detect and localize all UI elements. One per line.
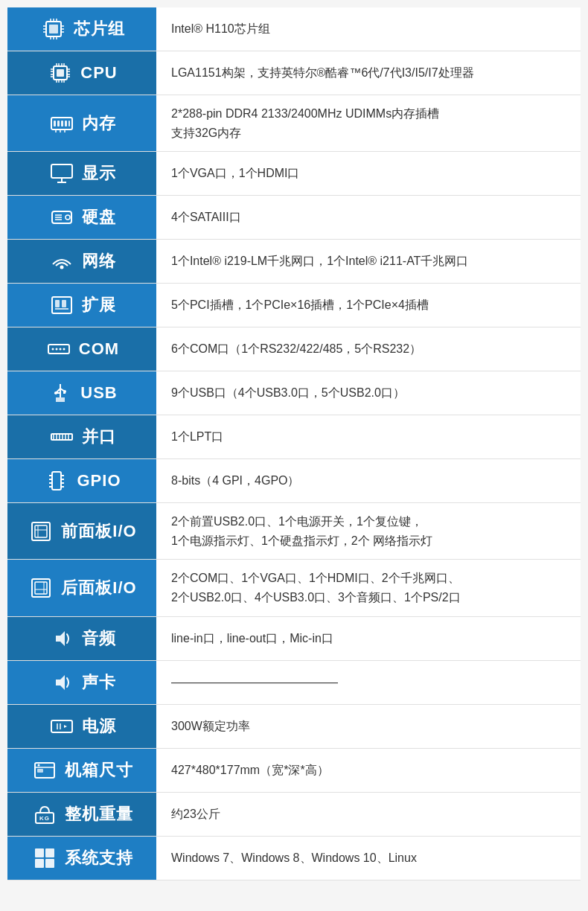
- svg-point-58: [63, 348, 65, 351]
- label-cell-chassis: 机箱尺寸: [7, 748, 156, 792]
- gpio-icon: [42, 467, 71, 495]
- svg-rect-94: [35, 848, 44, 857]
- table-row: 机箱尺寸427*480*177mm（宽*深*高）: [7, 748, 581, 792]
- label-text-hdd: 硬盘: [82, 206, 116, 228]
- front-io-icon: [27, 517, 55, 546]
- table-row: COM6个COM口（1个RS232/422/485，5个RS232）: [7, 327, 581, 371]
- label-text-network: 网络: [82, 250, 116, 272]
- svg-point-56: [55, 348, 57, 351]
- svg-rect-78: [35, 525, 47, 537]
- svg-point-57: [59, 348, 61, 351]
- label-cell-cpu: CPU: [7, 51, 156, 95]
- svg-rect-97: [45, 859, 54, 868]
- label-cell-chipset: 芯片组: [7, 7, 156, 51]
- soundcard-icon: [48, 668, 76, 697]
- table-row: 扩展5个PCI插槽，1个PCIe×16插槽，1个PCIe×4插槽: [7, 284, 581, 327]
- label-cell-soundcard: 声卡: [7, 660, 156, 704]
- value-cell-display: 1个VGA口，1个HDMI口: [156, 152, 581, 196]
- label-text-weight: 整机重量: [65, 803, 133, 825]
- label-text-parallel: 并口: [82, 426, 116, 448]
- label-text-cpu: CPU: [80, 63, 117, 83]
- label-text-expansion: 扩展: [82, 294, 116, 316]
- table-row: 芯片组Intel® H110芯片组: [7, 7, 581, 51]
- network-icon: [48, 247, 76, 275]
- value-cell-chassis: 427*480*177mm（宽*深*高）: [156, 748, 581, 792]
- svg-rect-85: [51, 720, 72, 732]
- label-text-audio: 音频: [82, 627, 116, 650]
- svg-rect-95: [45, 848, 54, 857]
- table-row: 前面板I/O2个前置USB2.0口、1个电源开关，1个复位键，1个电源指示灯、1…: [7, 503, 581, 560]
- svg-point-45: [65, 215, 70, 220]
- table-row: 音频line-in口，line-out口，Mic-in口: [7, 616, 581, 660]
- svg-text:KG: KG: [39, 815, 50, 822]
- svg-point-90: [38, 764, 40, 766]
- table-row: 硬盘4个SATAIII口: [7, 196, 581, 240]
- value-cell-rear-io: 2个COM口、1个VGA口、1个HDMI口、2个千兆网口、2个USB2.0口、4…: [156, 560, 581, 616]
- svg-point-60: [54, 391, 57, 394]
- value-cell-audio: line-in口，line-out口，Mic-in口: [156, 616, 581, 660]
- table-row: 声卡——————————————: [7, 660, 581, 704]
- value-cell-hdd: 4个SATAIII口: [156, 196, 581, 240]
- label-cell-memory: 内存: [7, 95, 156, 152]
- label-cell-usb: USB: [7, 371, 156, 415]
- cpu-icon: [46, 59, 74, 87]
- label-cell-weight: KG整机重量: [7, 792, 156, 836]
- table-row: GPIO8-bits（4 GPI，4GPO）: [7, 459, 581, 503]
- svg-rect-41: [51, 164, 72, 178]
- table-row: 网络1个Intel® i219-LM千兆网口，1个Intel® i211-AT千…: [7, 240, 581, 284]
- label-text-gpio: GPIO: [77, 471, 121, 490]
- svg-rect-33: [54, 121, 56, 127]
- table-row: 显示1个VGA口，1个HDMI口: [7, 152, 581, 196]
- svg-rect-91: [37, 769, 43, 773]
- hdd-icon: [48, 203, 76, 231]
- svg-rect-1: [49, 25, 58, 33]
- value-cell-front-io: 2个前置USB2.0口、1个电源开关，1个复位键，1个电源指示灯、1个硬盘指示灯…: [156, 503, 581, 560]
- table-row: 并口1个LPT口: [7, 415, 581, 459]
- svg-point-59: [63, 390, 66, 393]
- chassis-icon: [31, 756, 59, 784]
- svg-rect-96: [35, 859, 44, 868]
- label-cell-os: 系统支持: [7, 836, 156, 880]
- parallel-icon: [48, 423, 76, 451]
- svg-rect-35: [61, 121, 63, 127]
- label-cell-hdd: 硬盘: [7, 196, 156, 240]
- label-text-rear-io: 后面板I/O: [61, 577, 136, 599]
- expansion-icon: [48, 291, 76, 319]
- label-text-chipset: 芯片组: [74, 18, 125, 40]
- label-cell-network: 网络: [7, 240, 156, 284]
- os-icon: [31, 844, 59, 872]
- label-text-front-io: 前面板I/O: [61, 520, 136, 543]
- table-row: KG整机重量约23公斤: [7, 792, 581, 836]
- power-icon: [48, 712, 76, 741]
- value-cell-os: Windows 7、Windows 8、Windows 10、Linux: [156, 836, 581, 880]
- label-cell-gpio: GPIO: [7, 459, 156, 503]
- value-cell-chipset: Intel® H110芯片组: [156, 7, 581, 51]
- label-text-power: 电源: [82, 715, 116, 738]
- svg-rect-36: [65, 121, 67, 127]
- table-row: 后面板I/O2个COM口、1个VGA口、1个HDMI口、2个千兆网口、2个USB…: [7, 560, 581, 616]
- svg-rect-68: [52, 472, 61, 490]
- label-cell-audio: 音频: [7, 616, 156, 660]
- table-row: USB9个USB口（4个USB3.0口，5个USB2.0口）: [7, 371, 581, 415]
- weight-icon: KG: [31, 800, 59, 828]
- label-text-os: 系统支持: [65, 847, 133, 869]
- value-cell-memory: 2*288-pin DDR4 2133/2400MHz UDIMMs内存插槽支持…: [156, 95, 581, 152]
- label-cell-rear-io: 后面板I/O: [7, 560, 156, 616]
- svg-point-55: [51, 348, 54, 351]
- value-cell-power: 300W额定功率: [156, 704, 581, 748]
- label-text-chassis: 机箱尺寸: [65, 759, 133, 781]
- svg-rect-54: [48, 345, 69, 354]
- label-cell-com: COM: [7, 327, 156, 371]
- svg-rect-15: [57, 69, 64, 77]
- memory-icon: [48, 109, 76, 138]
- label-text-soundcard: 声卡: [82, 671, 116, 694]
- label-cell-front-io: 前面板I/O: [7, 503, 156, 560]
- svg-rect-82: [35, 582, 47, 594]
- svg-point-49: [60, 266, 64, 269]
- table-row: CPULGA1151构架，支持英特尔®酷睿™6代/7代I3/I5/I7处理器: [7, 51, 581, 95]
- svg-rect-61: [51, 434, 72, 440]
- table-row: 系统支持Windows 7、Windows 8、Windows 10、Linux: [7, 836, 581, 880]
- value-cell-parallel: 1个LPT口: [156, 415, 581, 459]
- usb-icon: [46, 379, 74, 407]
- label-text-memory: 内存: [82, 112, 116, 135]
